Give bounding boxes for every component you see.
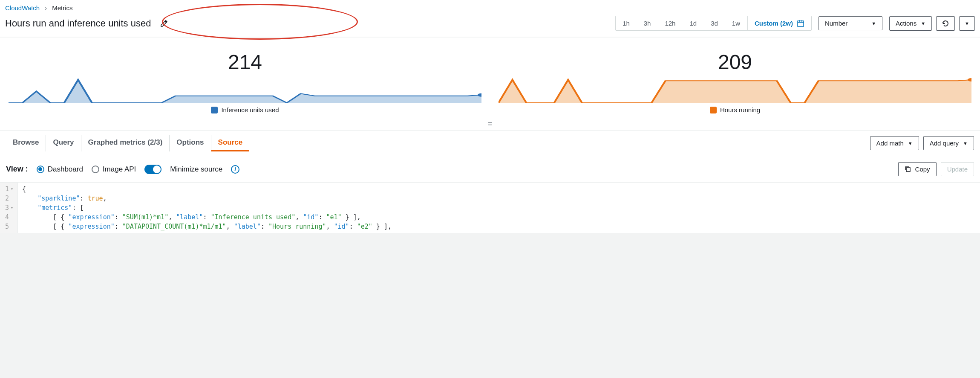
- legend-label: Inference units used: [221, 106, 279, 113]
- edit-icon[interactable]: [160, 20, 168, 27]
- gutter: 1▾2▾3▾4▾5▾: [0, 183, 18, 233]
- add-query-label: Add query: [930, 140, 959, 147]
- tab-query[interactable]: Query: [46, 135, 81, 151]
- legend-label: Hours running: [720, 106, 760, 113]
- legend-swatch: [710, 107, 717, 113]
- time-range-custom-label: Custom (2w): [755, 20, 793, 27]
- svg-rect-6: [906, 168, 910, 172]
- source-editor[interactable]: 1▾2▾3▾4▾5▾ { "sparkline": true, "metrics…: [0, 183, 980, 233]
- chart-panel: 214Inference units used: [9, 50, 481, 113]
- copy-icon: [905, 166, 911, 172]
- caret-down-icon: ▼: [921, 21, 925, 26]
- update-button[interactable]: Update: [941, 162, 974, 176]
- add-math-label: Add math: [876, 140, 904, 147]
- resize-handle[interactable]: =: [0, 118, 980, 130]
- chevron-right-icon: ›: [45, 4, 47, 12]
- chart-legend: Inference units used: [211, 106, 279, 113]
- add-math-button[interactable]: Add math ▼: [870, 136, 919, 150]
- add-query-button[interactable]: Add query ▼: [923, 136, 974, 150]
- tabs-row: BrowseQueryGraphed metrics (2/3)OptionsS…: [0, 130, 980, 156]
- refresh-dropdown-button[interactable]: ▼: [959, 16, 975, 31]
- update-label: Update: [947, 166, 968, 173]
- view-row: View : Dashboard Image API Minimize sour…: [0, 156, 980, 183]
- tab-source[interactable]: Source: [211, 135, 250, 151]
- copy-label: Copy: [915, 166, 930, 173]
- caret-down-icon: ▼: [965, 21, 969, 26]
- refresh-icon: [942, 20, 949, 27]
- sparkline: [9, 77, 481, 103]
- time-range-1w[interactable]: 1w: [725, 16, 747, 30]
- svg-rect-0: [798, 21, 804, 26]
- copy-button[interactable]: Copy: [898, 162, 937, 176]
- actions-button[interactable]: Actions ▼: [889, 16, 932, 31]
- legend-swatch: [211, 107, 218, 113]
- actions-label: Actions: [896, 20, 917, 27]
- chart-area: 214Inference units used209Hours running: [0, 38, 980, 118]
- sparkline: [499, 77, 971, 103]
- calendar-icon: [797, 20, 804, 27]
- caret-down-icon: ▼: [908, 141, 913, 146]
- radio-dashboard[interactable]: Dashboard: [37, 165, 83, 174]
- time-range-selector: 1h3h12h1d3d1wCustom (2w): [615, 16, 812, 31]
- chart-legend: Hours running: [710, 106, 760, 113]
- radio-dot-icon: [37, 166, 44, 173]
- breadcrumb-root[interactable]: CloudWatch: [5, 4, 40, 12]
- view-label: View :: [6, 165, 28, 174]
- minimize-label: Minimize source: [170, 165, 222, 174]
- time-range-12h[interactable]: 12h: [658, 16, 683, 30]
- chart-panel: 209Hours running: [499, 50, 971, 113]
- tab-options[interactable]: Options: [169, 135, 210, 151]
- caret-down-icon: ▼: [963, 141, 968, 146]
- chart-value: 209: [718, 50, 752, 74]
- breadcrumb-current: Metrics: [52, 4, 72, 12]
- radio-dashboard-label: Dashboard: [48, 165, 83, 174]
- radio-dot-icon: [92, 166, 99, 173]
- breadcrumb: CloudWatch › Metrics: [0, 0, 980, 14]
- time-range-custom[interactable]: Custom (2w): [747, 16, 811, 30]
- chart-value: 214: [228, 50, 262, 74]
- info-icon[interactable]: i: [231, 165, 239, 174]
- code-content[interactable]: { "sparkline": true, "metrics": [ [ { "e…: [18, 183, 396, 233]
- view-type-dropdown[interactable]: Number ▼: [819, 16, 882, 30]
- minimize-toggle[interactable]: [144, 165, 161, 174]
- radio-image-api[interactable]: Image API: [92, 165, 136, 174]
- tab-browse[interactable]: Browse: [6, 135, 46, 151]
- time-range-1h[interactable]: 1h: [616, 16, 637, 30]
- refresh-button[interactable]: [936, 16, 955, 31]
- view-type-label: Number: [825, 20, 847, 27]
- caret-down-icon: ▼: [871, 21, 876, 26]
- radio-image-api-label: Image API: [103, 165, 136, 174]
- tab-graphed-metrics-2-3[interactable]: Graphed metrics (2/3): [81, 135, 170, 151]
- time-range-3d[interactable]: 3d: [704, 16, 725, 30]
- time-range-3h[interactable]: 3h: [637, 16, 658, 30]
- page-title: Hours run and inference units used: [5, 18, 151, 29]
- time-range-1d[interactable]: 1d: [683, 16, 704, 30]
